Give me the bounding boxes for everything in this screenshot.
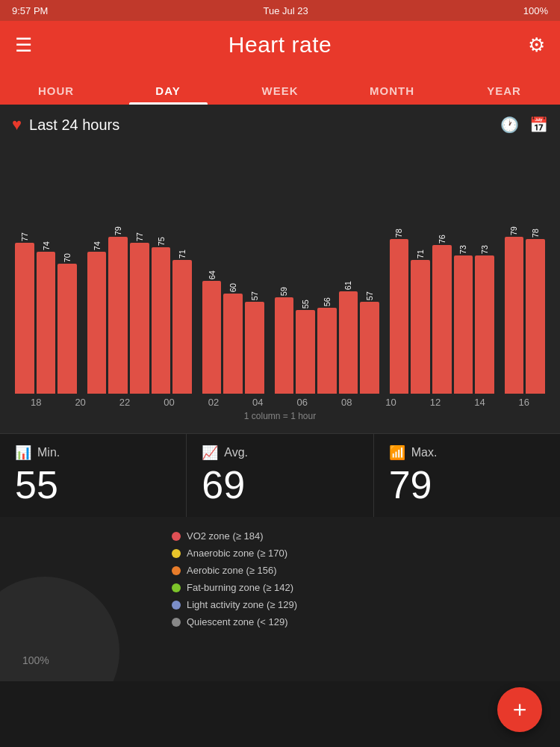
bar-value-label: 71 xyxy=(178,249,187,258)
legend-text: Quiescent zone (< 129) xyxy=(187,616,288,627)
bar xyxy=(108,237,128,394)
bar-wrapper: 74 xyxy=(37,158,56,394)
legend-item: Light activity zone (≥ 129) xyxy=(172,599,553,610)
settings-icon[interactable]: ⚙ xyxy=(528,34,545,57)
status-date: Tue Jul 23 xyxy=(263,5,308,16)
stat-max-label-row: 📶 Max. xyxy=(389,444,545,461)
x-axis-label: 22 xyxy=(104,397,146,408)
bar xyxy=(360,302,379,394)
x-axis-label: 14 xyxy=(458,397,500,408)
bar xyxy=(202,281,222,394)
bar xyxy=(130,243,149,394)
bar-wrapper: 77 xyxy=(130,158,149,394)
bar-value-label: 75 xyxy=(157,237,166,246)
min-icon: 📊 xyxy=(15,444,31,461)
bar xyxy=(475,255,494,394)
bar-wrapper: 57 xyxy=(360,158,379,394)
x-axis-label: 10 xyxy=(370,397,411,408)
bar-wrapper: 75 xyxy=(152,158,171,394)
x-axis-label: 16 xyxy=(503,397,545,408)
bar-wrapper: 77 xyxy=(15,158,34,394)
bar-value-label: 55 xyxy=(301,300,310,309)
legend-area: VO2 zone (≥ 184)Anaerobic zone (≥ 170)Ae… xyxy=(164,517,560,681)
legend-dot xyxy=(172,566,181,575)
legend-text: Light activity zone (≥ 129) xyxy=(187,599,297,610)
bar xyxy=(37,252,56,394)
stat-avg-label: Avg. xyxy=(224,446,248,459)
chart-column-note: 1 column = 1 hour xyxy=(12,411,548,427)
bar-wrapper: 55 xyxy=(296,158,315,394)
bar xyxy=(432,245,452,394)
legend-item: Anaerobic zone (≥ 170) xyxy=(172,548,553,559)
bar-wrapper: 79 xyxy=(108,158,128,394)
bar xyxy=(339,291,358,394)
x-axis-label: 02 xyxy=(193,397,234,408)
bar-value-label: 77 xyxy=(20,232,29,241)
chart-title: Last 24 hours xyxy=(29,117,119,134)
bar-wrapper: 76 xyxy=(432,158,452,394)
x-axis-label: 04 xyxy=(237,397,279,408)
bar-value-label: 76 xyxy=(438,235,447,244)
circle-graphic: 100% xyxy=(0,517,164,681)
stat-min: 📊 Min. 55 xyxy=(0,434,187,517)
stat-max-label: Max. xyxy=(411,446,438,459)
bar-value-label: 64 xyxy=(208,270,217,279)
x-axis: 182022000204060810121416 xyxy=(12,394,548,408)
circle-bg xyxy=(0,577,119,681)
status-time: 9:57 PM xyxy=(12,5,48,16)
stat-avg: 📈 Avg. 69 xyxy=(187,434,373,517)
bar xyxy=(152,247,171,394)
stat-min-label-row: 📊 Min. xyxy=(15,444,171,461)
legend-item: VO2 zone (≥ 184) xyxy=(172,530,553,542)
bar xyxy=(411,260,430,394)
status-bar: 9:57 PM Tue Jul 23 100% xyxy=(0,0,560,21)
stat-min-value: 55 xyxy=(15,464,171,506)
chart-header: ♥ Last 24 hours 🕐 📅 xyxy=(12,115,548,134)
bar-wrapper: 78 xyxy=(526,158,545,394)
x-axis-label: 20 xyxy=(59,397,101,408)
stat-max-value: 79 xyxy=(389,464,545,506)
legend-item: Fat-burning zone (≥ 142) xyxy=(172,582,553,593)
max-icon: 📶 xyxy=(389,444,405,461)
bar-value-label: 57 xyxy=(365,291,374,300)
stat-min-label: Min. xyxy=(37,446,60,459)
page-title: Heart rate xyxy=(228,32,332,58)
bar xyxy=(317,308,337,394)
menu-icon[interactable]: ☰ xyxy=(15,34,32,57)
x-axis-label: 08 xyxy=(326,397,367,408)
tab-year[interactable]: YEAR xyxy=(448,84,560,105)
bar-wrapper: 59 xyxy=(275,158,294,394)
stat-max: 📶 Max. 79 xyxy=(374,434,560,517)
bar xyxy=(15,243,34,394)
tab-week[interactable]: WEEK xyxy=(224,84,336,105)
bar-value-label: 61 xyxy=(343,281,352,290)
bar xyxy=(275,297,294,394)
chart-section: ♥ Last 24 hours 🕐 📅 77747074797775716460… xyxy=(0,105,560,433)
bar-value-label: 78 xyxy=(531,229,540,238)
bar xyxy=(390,239,409,394)
bar-value-label: 79 xyxy=(509,226,518,235)
tabs-bar: HOUR DAY WEEK MONTH YEAR xyxy=(0,69,560,105)
tab-month[interactable]: MONTH xyxy=(336,84,448,105)
calendar-icon[interactable]: 📅 xyxy=(529,116,548,134)
bar-value-label: 56 xyxy=(323,297,332,306)
bar xyxy=(454,255,473,394)
add-button[interactable]: + xyxy=(497,687,542,732)
bars-area: 7774707479777571646057595556615778717673… xyxy=(12,143,548,394)
stat-avg-label-row: 📈 Avg. xyxy=(202,444,358,461)
legend-item: Aerobic zone (≥ 156) xyxy=(172,565,553,576)
bar-value-label: 73 xyxy=(480,245,489,254)
chart-header-right: 🕐 📅 xyxy=(500,116,548,134)
tab-hour[interactable]: HOUR xyxy=(0,84,112,105)
stats-row: 📊 Min. 55 📈 Avg. 69 📶 Max. 79 xyxy=(0,433,560,517)
legend-text: Anaerobic zone (≥ 170) xyxy=(187,548,287,559)
history-icon[interactable]: 🕐 xyxy=(500,116,519,134)
bar-wrapper: 60 xyxy=(223,158,243,394)
bar-value-label: 71 xyxy=(416,249,425,258)
x-axis-label: 12 xyxy=(414,397,456,408)
bar-value-label: 60 xyxy=(228,283,237,292)
bar-wrapper: 61 xyxy=(339,158,358,394)
legend-dot xyxy=(172,618,181,627)
bar xyxy=(526,239,545,394)
tab-day[interactable]: DAY xyxy=(112,84,224,105)
